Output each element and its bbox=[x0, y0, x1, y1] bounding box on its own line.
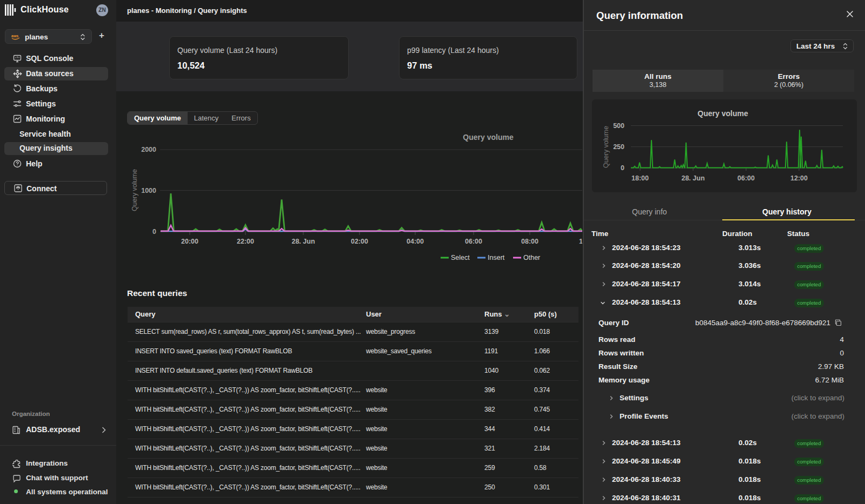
svg-text:250: 250 bbox=[613, 143, 624, 151]
svg-text:28. Jun: 28. Jun bbox=[681, 174, 704, 182]
svg-text:28. Jun: 28. Jun bbox=[291, 238, 315, 245]
svg-text:Query volume: Query volume bbox=[602, 126, 610, 168]
svg-text:10:00: 10:00 bbox=[579, 238, 582, 245]
svg-text:aws: aws bbox=[11, 34, 18, 38]
svg-text:18:00: 18:00 bbox=[631, 174, 649, 182]
svg-text:06:00: 06:00 bbox=[737, 174, 755, 182]
svg-text:04:00: 04:00 bbox=[407, 238, 424, 245]
svg-text:Other: Other bbox=[523, 254, 540, 261]
svg-text:Query volume: Query volume bbox=[131, 169, 138, 211]
svg-text:22:00: 22:00 bbox=[237, 238, 254, 245]
svg-text:Insert: Insert bbox=[488, 254, 505, 261]
svg-text:Select: Select bbox=[451, 254, 470, 261]
svg-text:0: 0 bbox=[621, 164, 624, 172]
svg-text:500: 500 bbox=[613, 122, 624, 130]
svg-text:06:00: 06:00 bbox=[465, 238, 482, 245]
svg-text:20:00: 20:00 bbox=[181, 238, 198, 245]
svg-text:12:00: 12:00 bbox=[790, 174, 808, 182]
svg-text:02:00: 02:00 bbox=[351, 238, 368, 245]
svg-text:1000: 1000 bbox=[141, 187, 156, 194]
svg-text:2000: 2000 bbox=[141, 146, 156, 153]
svg-text:08:00: 08:00 bbox=[521, 238, 538, 245]
svg-text:Query volume: Query volume bbox=[463, 133, 514, 142]
svg-text:Query volume: Query volume bbox=[697, 109, 748, 118]
svg-text:0: 0 bbox=[152, 228, 156, 236]
